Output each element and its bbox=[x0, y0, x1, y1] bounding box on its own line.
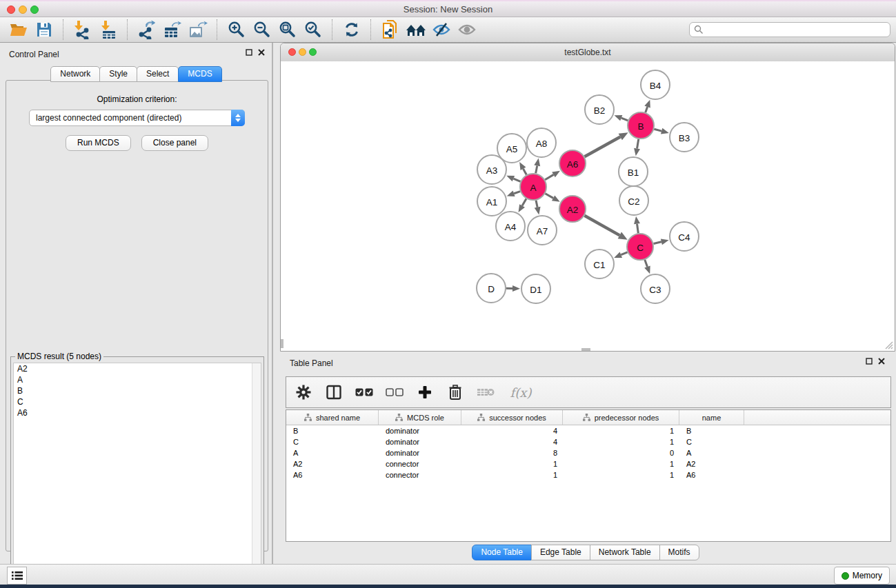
zoom-selected-button[interactable] bbox=[300, 19, 326, 41]
column-header-shared-name[interactable]: shared name bbox=[286, 410, 379, 425]
export-image-button[interactable] bbox=[185, 19, 210, 41]
table-cell[interactable]: B bbox=[286, 427, 379, 435]
table-cell[interactable]: 1 bbox=[563, 460, 679, 468]
home-button[interactable] bbox=[403, 19, 428, 41]
graph-edge-A-A1[interactable] bbox=[507, 191, 520, 196]
run-mcds-button[interactable]: Run MCDS bbox=[66, 135, 131, 151]
table-cell[interactable]: connector bbox=[379, 471, 461, 479]
graph-node-C4[interactable]: C4 bbox=[670, 222, 699, 251]
table-cell[interactable]: A bbox=[679, 449, 744, 457]
graph-node-A2[interactable]: A2 bbox=[559, 196, 586, 222]
table-cell[interactable]: dominator bbox=[379, 449, 461, 457]
table-cell[interactable]: A bbox=[286, 449, 379, 457]
tab-motifs[interactable]: Motifs bbox=[659, 545, 699, 560]
tab-node-table[interactable]: Node Table bbox=[472, 545, 532, 560]
graph-node-D1[interactable]: D1 bbox=[521, 274, 550, 303]
float-panel-icon[interactable] bbox=[246, 49, 252, 56]
column-header-mcds-role[interactable]: MCDS role bbox=[379, 410, 461, 425]
tab-network-table[interactable]: Network Table bbox=[590, 545, 660, 560]
mcds-result-item[interactable]: C bbox=[14, 396, 261, 407]
graph-edge-C-C3[interactable] bbox=[644, 260, 650, 274]
vertical-scroll-indicator[interactable] bbox=[281, 339, 283, 348]
graph-node-C3[interactable]: C3 bbox=[641, 274, 670, 303]
graph-edge-A-A8[interactable] bbox=[534, 159, 540, 174]
zoom-out-button[interactable] bbox=[249, 19, 275, 41]
export-network-button[interactable] bbox=[134, 19, 159, 41]
deselect-all-columns-button[interactable] bbox=[384, 382, 405, 403]
search-input[interactable] bbox=[689, 22, 890, 37]
graph-node-C1[interactable]: C1 bbox=[585, 250, 614, 278]
graph-edge-A2-C[interactable] bbox=[584, 216, 627, 240]
table-cell[interactable]: A2 bbox=[286, 460, 379, 468]
delete-table-button[interactable] bbox=[475, 382, 496, 403]
graph-edge-C-C1[interactable] bbox=[614, 252, 627, 258]
table-cell[interactable]: 4 bbox=[461, 427, 563, 435]
table-cell[interactable]: C bbox=[679, 438, 744, 446]
table-cell[interactable]: dominator bbox=[379, 427, 461, 435]
result-scrollbar[interactable] bbox=[252, 363, 261, 581]
graph-node-C[interactable]: C bbox=[627, 234, 653, 260]
graph-node-B2[interactable]: B2 bbox=[585, 95, 614, 124]
graph-edge-A-A6[interactable] bbox=[545, 171, 560, 180]
zoom-fit-button[interactable] bbox=[275, 19, 300, 41]
graph-edge-B-B4[interactable] bbox=[644, 100, 650, 112]
table-cell[interactable]: A6 bbox=[286, 471, 379, 479]
column-view-button[interactable] bbox=[323, 382, 344, 403]
graph-node-B4[interactable]: B4 bbox=[641, 70, 670, 99]
tab-style[interactable]: Style bbox=[99, 66, 137, 82]
add-column-button[interactable] bbox=[415, 382, 435, 403]
mcds-result-item[interactable]: A6 bbox=[14, 407, 261, 418]
table-row[interactable]: Bdominator41B bbox=[286, 425, 890, 436]
optimization-criterion-select[interactable]: largest connected component (directed) bbox=[29, 110, 245, 126]
select-all-columns-button[interactable] bbox=[354, 382, 375, 403]
refresh-button[interactable] bbox=[339, 19, 364, 41]
graph-node-A5[interactable]: A5 bbox=[497, 134, 526, 163]
graph-edge-D-D1[interactable] bbox=[506, 285, 520, 292]
graph-edge-A-A2[interactable] bbox=[545, 194, 559, 202]
hide-graphics-details-button[interactable] bbox=[428, 19, 454, 41]
table-row[interactable]: Cdominator41C bbox=[286, 436, 890, 447]
import-table-button[interactable] bbox=[95, 19, 121, 41]
network-canvas[interactable]: AA1A2A3A4A5A6A7A8BB1B2B3B4CC1C2C3C4DD1 bbox=[281, 61, 895, 351]
graph-edge-A-A5[interactable] bbox=[519, 162, 526, 174]
mcds-result-item[interactable]: A2 bbox=[14, 363, 261, 374]
tab-select[interactable]: Select bbox=[137, 66, 179, 82]
table-row[interactable]: A2connector11A2 bbox=[286, 458, 890, 469]
table-cell[interactable]: 1 bbox=[563, 427, 679, 435]
table-settings-button[interactable] bbox=[293, 382, 314, 403]
import-network-button[interactable] bbox=[70, 19, 95, 41]
table-cell[interactable]: dominator bbox=[379, 438, 461, 446]
graph-edge-A-A3[interactable] bbox=[506, 176, 520, 181]
table-cell[interactable]: 1 bbox=[563, 438, 679, 446]
graph-edge-C-C4[interactable] bbox=[653, 239, 668, 245]
mcds-result-item[interactable]: B bbox=[14, 385, 261, 396]
graph-node-A1[interactable]: A1 bbox=[477, 187, 506, 216]
graph-edge-A-A7[interactable] bbox=[535, 201, 541, 215]
table-cell[interactable]: B bbox=[679, 427, 744, 435]
graph-node-C2[interactable]: C2 bbox=[619, 186, 648, 215]
table-cell[interactable]: 0 bbox=[563, 449, 679, 457]
table-cell[interactable]: 8 bbox=[461, 449, 563, 457]
close-panel-button[interactable]: Close panel bbox=[141, 135, 208, 151]
clone-network-button[interactable] bbox=[377, 19, 403, 41]
column-header-name[interactable]: name bbox=[679, 410, 744, 425]
graph-node-A7[interactable]: A7 bbox=[528, 216, 557, 245]
open-file-button[interactable] bbox=[6, 19, 31, 41]
column-header-successor-nodes[interactable]: successor nodes bbox=[461, 410, 563, 425]
graph-edge-B-B1[interactable] bbox=[634, 139, 640, 156]
memory-button[interactable]: Memory bbox=[834, 567, 890, 585]
zoom-in-button[interactable] bbox=[223, 19, 249, 41]
table-cell[interactable]: A6 bbox=[679, 471, 744, 479]
float-panel-icon[interactable] bbox=[866, 358, 873, 365]
table-row[interactable]: Adominator80A bbox=[286, 447, 890, 458]
table-cell[interactable]: 1 bbox=[461, 471, 563, 479]
table-cell[interactable]: A2 bbox=[679, 460, 744, 468]
tab-network[interactable]: Network bbox=[50, 66, 100, 82]
table-cell[interactable]: 4 bbox=[461, 438, 563, 446]
table-cell[interactable]: connector bbox=[379, 460, 461, 468]
table-cell[interactable]: 1 bbox=[563, 471, 679, 479]
close-panel-icon[interactable] bbox=[258, 49, 265, 56]
graph-edge-C-C2[interactable] bbox=[634, 216, 640, 233]
function-builder-button[interactable]: f(x) bbox=[506, 382, 536, 403]
delete-column-button[interactable] bbox=[445, 382, 466, 403]
